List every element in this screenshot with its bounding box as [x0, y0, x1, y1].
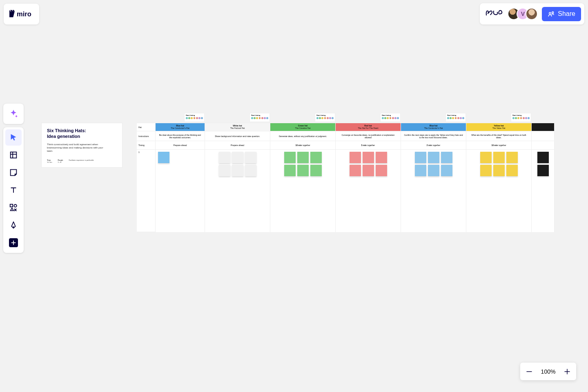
instructions-cell: Confirm the next steps are to apply the … — [401, 131, 466, 141]
template-meta: Time1-2 hrs People1—8 Facilitator experi… — [47, 159, 117, 163]
tool-select[interactable] — [5, 129, 22, 146]
tool-frame[interactable] — [5, 147, 22, 163]
tool-sticky[interactable] — [5, 164, 22, 181]
hat-header: Blue hatThe Conductor's Hat — [401, 123, 466, 131]
sticky-area[interactable] — [401, 150, 466, 232]
zoom-in-button[interactable] — [563, 368, 571, 375]
sticky-note[interactable] — [350, 152, 361, 163]
sticky-note[interactable] — [232, 152, 243, 163]
row-labels: Hat Instructions Timing 1 — [137, 123, 156, 232]
sticky-note[interactable] — [493, 165, 505, 176]
sticky-note[interactable] — [415, 165, 426, 176]
reactions-icon[interactable] — [484, 8, 503, 20]
board-column[interactable]: Start timingYellow hatThe Value HatWhat … — [466, 123, 532, 232]
timing-label-card[interactable]: Start timing — [445, 113, 466, 122]
tool-shapes[interactable] — [5, 199, 22, 216]
svg-rect-6 — [10, 204, 13, 207]
timing-cell: Prepare ahead — [156, 141, 205, 150]
timing-label-card[interactable]: Start timing — [249, 113, 270, 122]
avatar-3[interactable] — [526, 8, 538, 20]
sticky-note[interactable] — [428, 152, 439, 163]
zoom-out-button[interactable] — [525, 368, 533, 375]
sticky-note[interactable] — [158, 152, 169, 163]
hat-header: Blue hatThe Conductor's Hat — [156, 123, 205, 131]
instructions-cell: Generate ideas, without any justificatio… — [270, 131, 335, 141]
sticky-area[interactable] — [466, 150, 531, 232]
sticky-area[interactable] — [270, 150, 335, 232]
board-column[interactable] — [532, 123, 555, 232]
timing-cell: 10 min together — [270, 141, 335, 150]
zoom-control: 100% — [520, 363, 576, 380]
sticky-note[interactable] — [350, 165, 361, 176]
sticky-note[interactable] — [428, 165, 439, 176]
sticky-area[interactable] — [156, 150, 205, 232]
sticky-note[interactable] — [376, 152, 387, 163]
sticky-note[interactable] — [363, 165, 374, 176]
left-toolbar — [3, 104, 24, 253]
hat-header — [532, 123, 554, 131]
board-column[interactable]: Start timingWhite hatThe Factual HatShar… — [205, 123, 270, 232]
board-column[interactable]: Start timingBlue hatThe Conductor's HatC… — [401, 123, 466, 232]
sticky-note[interactable] — [297, 152, 309, 163]
tool-ai[interactable] — [5, 106, 22, 122]
timing-cell: Prepare ahead — [205, 141, 270, 150]
instructions-cell: Converge on favourite ideas, no justific… — [336, 131, 401, 141]
timing-cell: 10 min together — [466, 141, 531, 150]
six-hats-board[interactable]: Hat Instructions Timing 1 Start timingBl… — [137, 123, 555, 232]
sticky-note[interactable] — [284, 152, 296, 163]
template-description: Think constructively and build agreement… — [47, 143, 104, 153]
sticky-note[interactable] — [506, 165, 518, 176]
board-column[interactable]: Start timingGreen hatThe Creative HatGen… — [270, 123, 336, 232]
hat-header: Red hatThe Hat For The Heart — [336, 123, 401, 131]
sticky-note[interactable] — [506, 152, 518, 163]
sticky-note[interactable] — [245, 152, 256, 163]
timing-cell — [532, 141, 554, 150]
svg-text:miro: miro — [17, 10, 31, 18]
instructions-cell — [532, 131, 554, 141]
sticky-note[interactable] — [297, 165, 309, 176]
sticky-note[interactable] — [537, 165, 549, 176]
sticky-note[interactable] — [310, 152, 322, 163]
sticky-note[interactable] — [219, 152, 230, 163]
tool-text[interactable] — [5, 182, 22, 198]
hat-header: Yellow hatThe Value Hat — [466, 123, 531, 131]
sticky-note[interactable] — [363, 152, 374, 163]
board-column[interactable]: Start timingBlue hatThe Conductor's HatB… — [156, 123, 205, 232]
hat-header: White hatThe Factual Hat — [205, 123, 270, 131]
sticky-note[interactable] — [480, 152, 492, 163]
timing-label-card[interactable]: Start timing — [184, 113, 205, 122]
instructions-cell: Be clear about the purpose of the thinki… — [156, 131, 205, 141]
miro-logo[interactable]: miro — [4, 4, 39, 24]
instructions-cell: Share background information and raise q… — [205, 131, 270, 141]
timing-cell: 2 min together — [401, 141, 466, 150]
sticky-note[interactable] — [245, 165, 256, 176]
sticky-note[interactable] — [284, 165, 296, 176]
hat-header: Green hatThe Creative Hat — [270, 123, 335, 131]
sticky-note[interactable] — [232, 165, 243, 176]
timing-label-card[interactable]: Start timing — [380, 113, 401, 122]
sticky-note[interactable] — [219, 165, 230, 176]
sticky-note[interactable] — [441, 152, 452, 163]
sticky-area[interactable] — [205, 150, 270, 232]
sticky-area[interactable] — [532, 150, 554, 232]
sticky-note[interactable] — [415, 152, 426, 163]
sticky-note[interactable] — [537, 152, 549, 163]
sticky-area[interactable] — [336, 150, 401, 232]
timing-label-card[interactable]: Start timing — [315, 113, 335, 122]
share-button[interactable]: Share — [542, 7, 581, 21]
zoom-value[interactable]: 100% — [541, 368, 556, 375]
tool-add[interactable] — [9, 238, 18, 247]
sticky-note[interactable] — [310, 165, 322, 176]
timing-label-card[interactable]: Start timing — [511, 113, 531, 122]
svg-point-1 — [549, 12, 551, 14]
board-column[interactable]: Start timingRed hatThe Hat For The Heart… — [336, 123, 401, 232]
svg-point-2 — [552, 11, 554, 13]
header-right: V Share — [480, 3, 584, 24]
template-info-card[interactable]: Six Thinking Hats:Idea generation Think … — [42, 123, 122, 167]
sticky-note[interactable] — [376, 165, 387, 176]
sticky-note[interactable] — [480, 165, 492, 176]
sticky-note[interactable] — [441, 165, 452, 176]
sticky-note[interactable] — [493, 152, 505, 163]
collaborator-avatars[interactable]: V — [508, 8, 538, 20]
tool-pen[interactable] — [5, 217, 22, 233]
